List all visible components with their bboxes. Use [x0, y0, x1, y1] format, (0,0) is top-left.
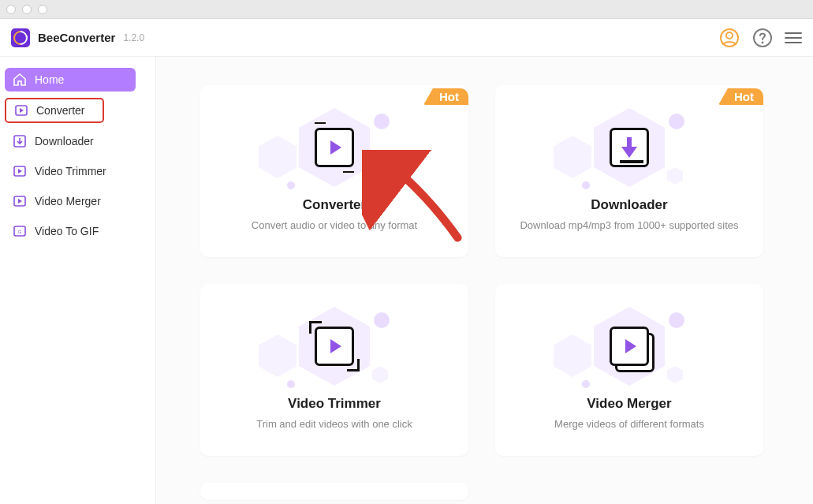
svg-text:G: G [18, 230, 22, 234]
menu-button[interactable] [785, 29, 802, 47]
card-title: Video Merger [587, 396, 671, 412]
header-actions [718, 27, 802, 49]
merger-card-icon [550, 304, 708, 391]
card-converter[interactable]: Hot Converter Convert audio or video to … [200, 85, 468, 257]
sidebar-item-video-trimmer[interactable]: Video Trimmer [5, 159, 151, 183]
video-merger-icon [13, 194, 27, 208]
app-name: BeeConverter [38, 31, 115, 44]
main-panel: Hot Converter Convert audio or video to … [156, 57, 813, 504]
card-downloader[interactable]: Hot Downloader Download mp4/mp3 from 100… [495, 85, 763, 257]
hot-badge: Hot [718, 88, 763, 105]
card-title: Video Trimmer [288, 396, 381, 412]
window-zoom-button[interactable] [38, 5, 47, 14]
card-description: Trim and edit videos with one click [245, 418, 423, 430]
brand: BeeConverter 1.2.0 [11, 28, 144, 47]
card-title: Downloader [591, 197, 667, 213]
card-description: Download mp4/mp3 from 1000+ supported si… [509, 219, 749, 231]
card-title: Converter [303, 197, 366, 213]
window-minimize-button[interactable] [22, 5, 32, 14]
home-icon [13, 73, 27, 87]
window-titlebar [0, 0, 813, 19]
account-icon [719, 28, 740, 48]
window-close-button[interactable] [6, 5, 16, 14]
menu-icon [785, 32, 802, 34]
account-button[interactable] [718, 27, 740, 49]
trimmer-card-icon [255, 304, 413, 391]
sidebar-item-label: Video Merger [35, 195, 101, 207]
sidebar-item-converter[interactable]: Converter [5, 98, 104, 123]
card-description: Merge videos of different formats [543, 418, 715, 430]
sidebar: Home Converter Downloader Video Trimmer [0, 57, 156, 504]
hot-badge: Hot [423, 88, 468, 105]
sidebar-item-video-to-gif[interactable]: G Video To GIF [5, 219, 151, 243]
sidebar-item-label: Home [35, 73, 64, 86]
cards-grid: Hot Converter Convert audio or video to … [200, 85, 769, 500]
content-area: Home Converter Downloader Video Trimmer [0, 57, 813, 504]
sidebar-item-downloader[interactable]: Downloader [5, 129, 151, 153]
app-version: 1.2.0 [123, 32, 144, 43]
svg-point-1 [726, 32, 733, 39]
converter-card-icon [255, 106, 413, 192]
app-header: BeeConverter 1.2.0 [0, 19, 813, 57]
card-video-trimmer[interactable]: Video Trimmer Trim and edit videos with … [200, 284, 468, 456]
downloader-icon [13, 134, 27, 148]
card-description: Convert audio or video to any format [241, 219, 428, 231]
video-trimmer-icon [13, 164, 27, 178]
sidebar-item-home[interactable]: Home [5, 68, 136, 91]
video-to-gif-icon: G [13, 224, 27, 238]
sidebar-item-label: Video Trimmer [35, 165, 106, 177]
app-logo-icon [11, 28, 30, 47]
sidebar-item-video-merger[interactable]: Video Merger [5, 189, 151, 213]
help-button[interactable] [751, 27, 774, 49]
downloader-card-icon [550, 106, 708, 192]
card-partial[interactable] [200, 483, 468, 500]
sidebar-item-label: Converter [36, 104, 84, 117]
card-video-merger[interactable]: Video Merger Merge videos of different f… [495, 284, 763, 456]
help-icon [752, 28, 773, 48]
sidebar-item-label: Downloader [35, 135, 94, 147]
sidebar-item-label: Video To GIF [35, 225, 99, 237]
svg-point-3 [762, 41, 764, 43]
converter-icon [14, 103, 28, 118]
